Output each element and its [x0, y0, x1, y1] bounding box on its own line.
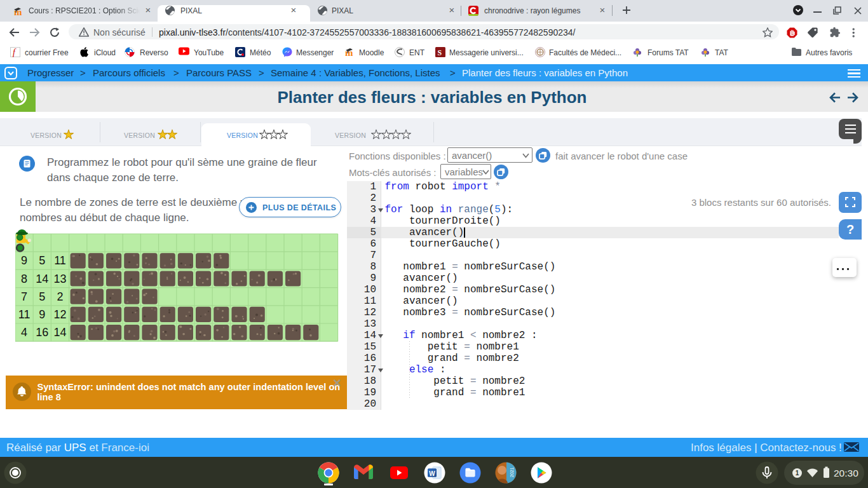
- svg-text:16: 16: [36, 326, 48, 339]
- svg-text:8: 8: [21, 273, 27, 285]
- svg-text:1: 1: [796, 470, 799, 477]
- svg-text:11: 11: [54, 254, 66, 267]
- svg-text:4: 4: [21, 326, 27, 339]
- svg-text:11: 11: [18, 308, 31, 321]
- svg-text:5: 5: [39, 290, 45, 303]
- svg-text:14: 14: [53, 326, 66, 339]
- svg-text:2: 2: [57, 290, 63, 303]
- svg-text:7: 7: [21, 290, 27, 303]
- svg-text:9: 9: [39, 308, 45, 321]
- svg-text:2021: 2021: [510, 467, 514, 477]
- svg-text:13: 13: [53, 273, 66, 285]
- svg-text:12: 12: [53, 308, 66, 321]
- svg-text:9: 9: [21, 254, 27, 267]
- svg-text:5: 5: [39, 254, 45, 267]
- svg-text:14: 14: [36, 273, 48, 285]
- svg-text:W: W: [429, 470, 435, 477]
- svg-text:S: S: [438, 48, 442, 57]
